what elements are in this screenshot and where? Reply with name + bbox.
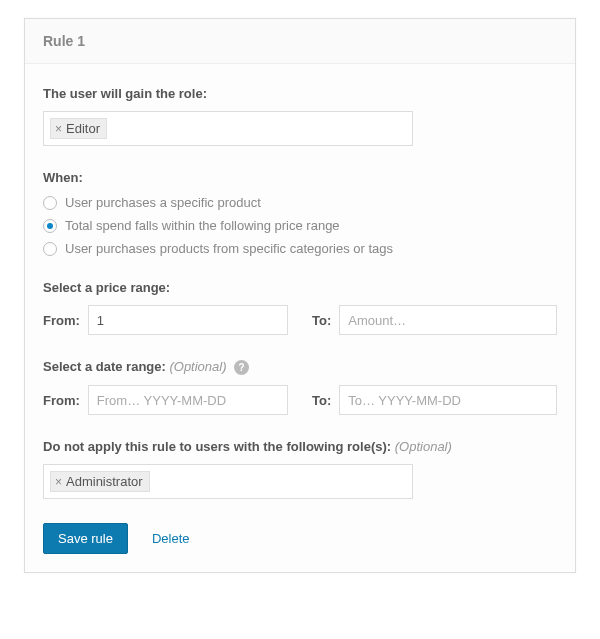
price-to-label: To: [312,313,331,328]
date-from-input[interactable] [88,385,288,415]
panel-title: Rule 1 [25,19,575,64]
price-range-label: Select a price range: [43,280,557,295]
delete-link[interactable]: Delete [152,531,190,546]
remove-tag-icon[interactable]: × [55,122,62,136]
exclude-role-tag: × Administrator [50,471,150,492]
exclude-roles-optional: (Optional) [395,439,452,454]
when-label: When: [43,170,557,185]
rule-panel: Rule 1 The user will gain the role: × Ed… [24,18,576,573]
save-button[interactable]: Save rule [43,523,128,554]
panel-body: The user will gain the role: × Editor Wh… [25,64,575,572]
when-option-spend-range[interactable]: Total spend falls within the following p… [43,218,557,233]
date-range-label-text: Select a date range: [43,359,166,374]
help-icon[interactable]: ? [234,360,249,375]
price-to-input[interactable] [339,305,557,335]
radio-icon [43,219,57,233]
date-range-optional: (Optional) [169,359,226,374]
gain-role-section: The user will gain the role: × Editor [43,86,557,146]
remove-tag-icon[interactable]: × [55,475,62,489]
radio-icon [43,196,57,210]
when-option-label: User purchases a specific product [65,195,261,210]
when-section: When: User purchases a specific product … [43,170,557,256]
date-to-label: To: [312,393,331,408]
when-option-product[interactable]: User purchases a specific product [43,195,557,210]
exclude-roles-input[interactable]: × Administrator [43,464,413,499]
date-range-label: Select a date range: (Optional) ? [43,359,557,375]
role-tag-label: Editor [66,121,100,136]
exclude-roles-label-text: Do not apply this rule to users with the… [43,439,391,454]
price-from-label: From: [43,313,80,328]
gain-role-input[interactable]: × Editor [43,111,413,146]
date-to-input[interactable] [339,385,557,415]
price-range-section: Select a price range: From: To: [43,280,557,335]
exclude-roles-label: Do not apply this rule to users with the… [43,439,557,454]
gain-role-label: The user will gain the role: [43,86,557,101]
date-from-label: From: [43,393,80,408]
actions-row: Save rule Delete [43,523,557,554]
role-tag: × Editor [50,118,107,139]
exclude-roles-section: Do not apply this rule to users with the… [43,439,557,499]
price-from-input[interactable] [88,305,288,335]
when-option-categories[interactable]: User purchases products from specific ca… [43,241,557,256]
exclude-role-tag-label: Administrator [66,474,143,489]
when-option-label: Total spend falls within the following p… [65,218,340,233]
when-option-label: User purchases products from specific ca… [65,241,393,256]
radio-icon [43,242,57,256]
date-range-section: Select a date range: (Optional) ? From: … [43,359,557,415]
